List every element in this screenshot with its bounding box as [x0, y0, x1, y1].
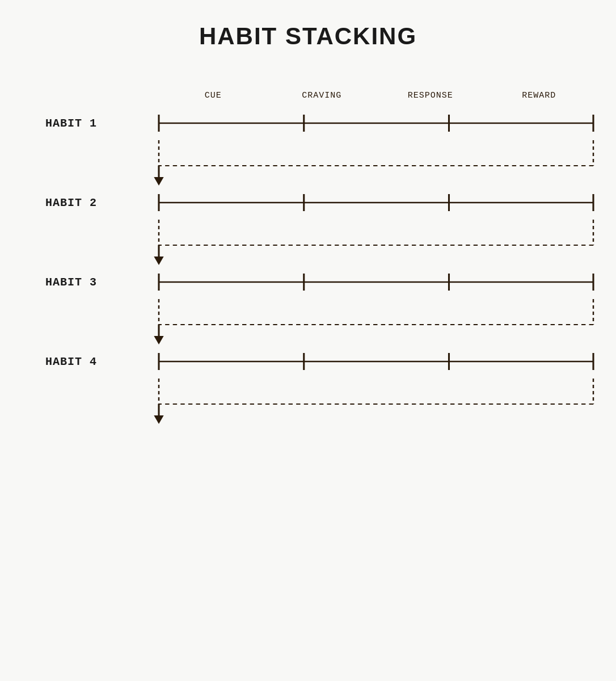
habit-2-block: HABIT 2 — [45, 186, 593, 265]
habit-1-timeline — [159, 106, 593, 140]
habit-4-timeline — [159, 344, 593, 379]
svg-marker-29 — [154, 336, 163, 344]
svg-marker-9 — [154, 177, 163, 186]
connector-2 — [159, 220, 593, 265]
page-title: HABIT STACKING — [0, 0, 616, 50]
diagram-container: CUE CRAVING RESPONSE REWARD HABIT 1 — [45, 91, 593, 424]
habit-4-label: HABIT 4 — [45, 355, 159, 368]
col-cue: CUE — [159, 91, 268, 100]
habit-2-timeline — [159, 186, 593, 220]
habit-4-block: HABIT 4 — [45, 344, 593, 424]
connector-3 — [159, 299, 593, 344]
svg-marker-39 — [154, 415, 163, 424]
habit-1-block: HABIT 1 — [45, 106, 593, 186]
connector-4 — [159, 379, 593, 424]
habit-3-timeline — [159, 265, 593, 299]
col-craving: CRAVING — [268, 91, 377, 100]
habit-2-row: HABIT 2 — [45, 186, 593, 220]
column-headers: CUE CRAVING RESPONSE REWARD — [159, 91, 593, 100]
svg-marker-19 — [154, 257, 163, 265]
habit-3-row: HABIT 3 — [45, 265, 593, 299]
habit-3-label: HABIT 3 — [45, 276, 159, 289]
habit-1-label: HABIT 1 — [45, 117, 159, 130]
habit-1-row: HABIT 1 — [45, 106, 593, 140]
habit-2-label: HABIT 2 — [45, 196, 159, 209]
habit-4-row: HABIT 4 — [45, 344, 593, 379]
habit-3-block: HABIT 3 — [45, 265, 593, 344]
connector-1 — [159, 140, 593, 186]
col-reward: REWARD — [485, 91, 594, 100]
col-response: RESPONSE — [376, 91, 485, 100]
